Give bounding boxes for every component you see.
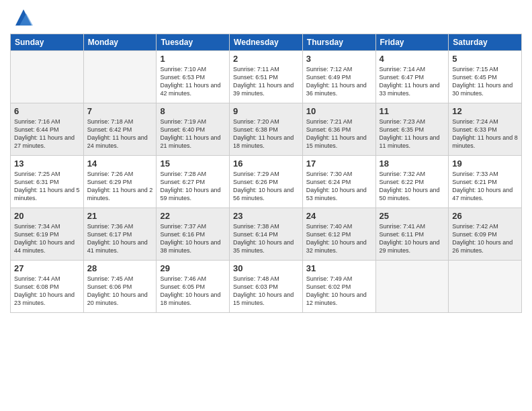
table-cell: 7Sunrise: 7:18 AM Sunset: 6:42 PM Daylig…	[83, 103, 157, 156]
day-info: Sunrise: 7:44 AM Sunset: 6:08 PM Dayligh…	[14, 275, 80, 308]
col-sunday: Sunday	[11, 34, 84, 51]
day-info: Sunrise: 7:34 AM Sunset: 6:19 PM Dayligh…	[14, 222, 80, 255]
day-number: 16	[233, 158, 299, 169]
day-number: 10	[306, 106, 372, 116]
day-number: 25	[380, 211, 445, 221]
table-cell: 19Sunrise: 7:33 AM Sunset: 6:21 PM Dayli…	[449, 156, 522, 208]
table-cell: 5Sunrise: 7:15 AM Sunset: 6:45 PM Daylig…	[449, 51, 522, 103]
day-info: Sunrise: 7:42 AM Sunset: 6:09 PM Dayligh…	[452, 222, 518, 255]
table-cell: 30Sunrise: 7:48 AM Sunset: 6:03 PM Dayli…	[230, 261, 303, 313]
table-cell: 14Sunrise: 7:26 AM Sunset: 6:29 PM Dayli…	[83, 156, 157, 208]
day-number: 18	[380, 158, 445, 169]
day-info: Sunrise: 7:28 AM Sunset: 6:27 PM Dayligh…	[160, 170, 226, 203]
table-cell: 20Sunrise: 7:34 AM Sunset: 6:19 PM Dayli…	[11, 208, 84, 261]
day-number: 5	[452, 54, 518, 64]
col-thursday: Thursday	[302, 34, 375, 51]
table-cell: 18Sunrise: 7:32 AM Sunset: 6:22 PM Dayli…	[375, 156, 449, 208]
table-cell: 23Sunrise: 7:38 AM Sunset: 6:14 PM Dayli…	[230, 208, 303, 261]
day-number: 20	[14, 211, 80, 221]
table-cell: 10Sunrise: 7:21 AM Sunset: 6:36 PM Dayli…	[302, 103, 375, 156]
table-cell	[11, 51, 84, 103]
week-row: 1Sunrise: 7:10 AM Sunset: 6:53 PM Daylig…	[11, 51, 522, 103]
day-number: 31	[306, 263, 372, 273]
day-number: 26	[452, 211, 518, 221]
table-cell: 12Sunrise: 7:24 AM Sunset: 6:33 PM Dayli…	[449, 103, 522, 156]
week-row: 20Sunrise: 7:34 AM Sunset: 6:19 PM Dayli…	[11, 208, 522, 261]
day-number: 19	[452, 158, 518, 169]
table-cell	[83, 51, 157, 103]
day-number: 30	[233, 263, 299, 273]
day-info: Sunrise: 7:48 AM Sunset: 6:03 PM Dayligh…	[233, 275, 299, 308]
table-cell: 24Sunrise: 7:40 AM Sunset: 6:12 PM Dayli…	[302, 208, 375, 261]
day-info: Sunrise: 7:38 AM Sunset: 6:14 PM Dayligh…	[233, 222, 299, 255]
col-wednesday: Wednesday	[230, 34, 303, 51]
day-info: Sunrise: 7:41 AM Sunset: 6:11 PM Dayligh…	[380, 222, 445, 255]
day-info: Sunrise: 7:16 AM Sunset: 6:44 PM Dayligh…	[14, 118, 80, 150]
day-number: 12	[452, 106, 518, 116]
day-info: Sunrise: 7:40 AM Sunset: 6:12 PM Dayligh…	[306, 222, 372, 255]
day-info: Sunrise: 7:18 AM Sunset: 6:42 PM Dayligh…	[87, 118, 153, 150]
table-cell: 29Sunrise: 7:46 AM Sunset: 6:05 PM Dayli…	[157, 261, 230, 313]
col-tuesday: Tuesday	[157, 34, 230, 51]
day-info: Sunrise: 7:26 AM Sunset: 6:29 PM Dayligh…	[87, 170, 153, 203]
day-number: 1	[160, 54, 226, 64]
table-cell: 6Sunrise: 7:16 AM Sunset: 6:44 PM Daylig…	[11, 103, 84, 156]
day-number: 3	[306, 54, 372, 64]
day-info: Sunrise: 7:46 AM Sunset: 6:05 PM Dayligh…	[160, 275, 226, 308]
table-cell: 31Sunrise: 7:49 AM Sunset: 6:02 PM Dayli…	[302, 261, 375, 313]
day-info: Sunrise: 7:20 AM Sunset: 6:38 PM Dayligh…	[233, 118, 299, 150]
col-saturday: Saturday	[449, 34, 522, 51]
day-info: Sunrise: 7:33 AM Sunset: 6:21 PM Dayligh…	[452, 170, 518, 203]
day-number: 28	[87, 263, 153, 273]
table-cell	[449, 261, 522, 313]
table-cell: 13Sunrise: 7:25 AM Sunset: 6:31 PM Dayli…	[11, 156, 84, 208]
week-row: 6Sunrise: 7:16 AM Sunset: 6:44 PM Daylig…	[11, 103, 522, 156]
table-cell: 1Sunrise: 7:10 AM Sunset: 6:53 PM Daylig…	[157, 51, 230, 103]
table-cell: 21Sunrise: 7:36 AM Sunset: 6:17 PM Dayli…	[83, 208, 157, 261]
table-cell: 11Sunrise: 7:23 AM Sunset: 6:35 PM Dayli…	[375, 103, 449, 156]
table-cell: 3Sunrise: 7:12 AM Sunset: 6:49 PM Daylig…	[302, 51, 375, 103]
table-cell: 2Sunrise: 7:11 AM Sunset: 6:51 PM Daylig…	[230, 51, 303, 103]
day-number: 29	[160, 263, 226, 273]
day-info: Sunrise: 7:21 AM Sunset: 6:36 PM Dayligh…	[306, 118, 372, 150]
day-number: 21	[87, 211, 153, 221]
day-info: Sunrise: 7:32 AM Sunset: 6:22 PM Dayligh…	[380, 170, 445, 203]
day-number: 8	[160, 106, 226, 116]
table-cell: 9Sunrise: 7:20 AM Sunset: 6:38 PM Daylig…	[230, 103, 303, 156]
day-number: 2	[233, 54, 299, 64]
table-cell: 27Sunrise: 7:44 AM Sunset: 6:08 PM Dayli…	[11, 261, 84, 313]
day-info: Sunrise: 7:49 AM Sunset: 6:02 PM Dayligh…	[306, 275, 372, 308]
day-info: Sunrise: 7:23 AM Sunset: 6:35 PM Dayligh…	[380, 118, 445, 150]
header	[10, 7, 522, 28]
day-number: 22	[160, 211, 226, 221]
table-cell: 17Sunrise: 7:30 AM Sunset: 6:24 PM Dayli…	[302, 156, 375, 208]
table-cell: 22Sunrise: 7:37 AM Sunset: 6:16 PM Dayli…	[157, 208, 230, 261]
day-info: Sunrise: 7:37 AM Sunset: 6:16 PM Dayligh…	[160, 222, 226, 255]
day-info: Sunrise: 7:29 AM Sunset: 6:26 PM Dayligh…	[233, 170, 299, 203]
day-number: 4	[380, 54, 445, 64]
day-number: 14	[87, 158, 153, 169]
day-info: Sunrise: 7:24 AM Sunset: 6:33 PM Dayligh…	[452, 118, 518, 150]
table-cell: 15Sunrise: 7:28 AM Sunset: 6:27 PM Dayli…	[157, 156, 230, 208]
week-row: 27Sunrise: 7:44 AM Sunset: 6:08 PM Dayli…	[11, 261, 522, 313]
col-monday: Monday	[83, 34, 157, 51]
page: Sunday Monday Tuesday Wednesday Thursday…	[0, 0, 532, 411]
day-info: Sunrise: 7:30 AM Sunset: 6:24 PM Dayligh…	[306, 170, 372, 203]
day-number: 13	[14, 158, 80, 169]
logo	[10, 7, 34, 28]
day-info: Sunrise: 7:45 AM Sunset: 6:06 PM Dayligh…	[87, 275, 153, 308]
day-number: 6	[14, 106, 80, 116]
header-row: Sunday Monday Tuesday Wednesday Thursday…	[11, 34, 522, 51]
day-info: Sunrise: 7:14 AM Sunset: 6:47 PM Dayligh…	[380, 65, 445, 98]
day-info: Sunrise: 7:12 AM Sunset: 6:49 PM Dayligh…	[306, 65, 372, 98]
day-number: 15	[160, 158, 226, 169]
table-cell: 28Sunrise: 7:45 AM Sunset: 6:06 PM Dayli…	[83, 261, 157, 313]
col-friday: Friday	[375, 34, 449, 51]
table-cell: 26Sunrise: 7:42 AM Sunset: 6:09 PM Dayli…	[449, 208, 522, 261]
day-number: 9	[233, 106, 299, 116]
day-info: Sunrise: 7:11 AM Sunset: 6:51 PM Dayligh…	[233, 65, 299, 98]
day-number: 7	[87, 106, 153, 116]
day-info: Sunrise: 7:19 AM Sunset: 6:40 PM Dayligh…	[160, 118, 226, 150]
day-info: Sunrise: 7:36 AM Sunset: 6:17 PM Dayligh…	[87, 222, 153, 255]
day-info: Sunrise: 7:10 AM Sunset: 6:53 PM Dayligh…	[160, 65, 226, 98]
